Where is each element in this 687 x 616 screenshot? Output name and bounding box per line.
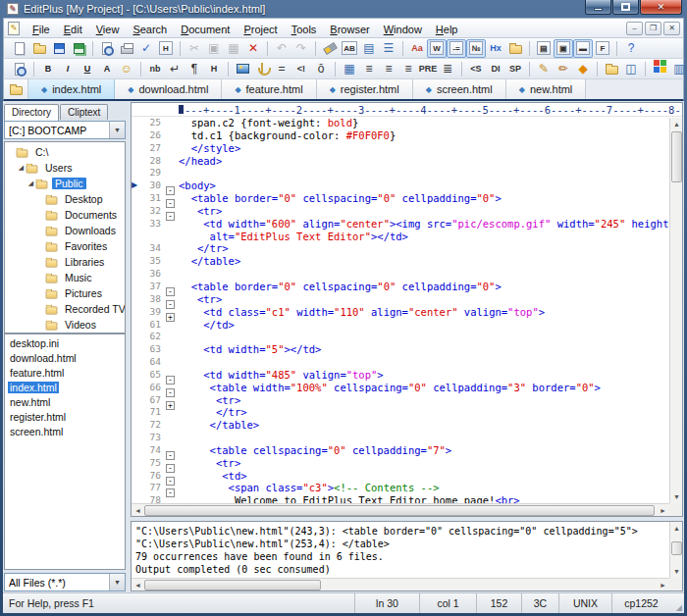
fold-toggle-icon[interactable]: +: [166, 394, 179, 412]
tree-item-users[interactable]: ◢Users: [5, 160, 125, 176]
file-filter-selector[interactable]: All Files (*.*) ▼: [4, 573, 126, 591]
font-button[interactable]: A: [97, 60, 117, 78]
paragraph-button[interactable]: ¶: [185, 60, 204, 78]
output-vscroll-thumb[interactable]: [671, 541, 682, 555]
tree-item-downloads[interactable]: Downloads: [5, 223, 125, 238]
document-minimize-button[interactable]: –: [626, 22, 643, 35]
sidebar-tab-cliptext[interactable]: Cliptext: [60, 104, 108, 120]
document-list-button[interactable]: [4, 79, 28, 99]
toggle-case-button[interactable]: Aa: [407, 39, 427, 58]
file-item-screen.html[interactable]: screen.html: [5, 424, 125, 438]
new-document-button[interactable]: [10, 39, 29, 58]
code-line[interactable]: 27 </style>: [132, 142, 668, 155]
underline-button[interactable]: U: [78, 60, 97, 78]
file-item-register.html[interactable]: register.html: [5, 409, 125, 424]
scroll-down-icon[interactable]: ▼: [670, 490, 683, 503]
fold-toggle-icon[interactable]: -: [166, 482, 179, 499]
line-number-button[interactable]: №: [466, 39, 486, 58]
scroll-up-icon[interactable]: ▲: [670, 118, 683, 130]
special-char-button[interactable]: ☺: [117, 60, 136, 78]
code-line[interactable]: 67+ <tr>: [132, 394, 668, 407]
code-line[interactable]: 29: [132, 167, 668, 180]
tab-new.html[interactable]: ◆new.html: [506, 79, 587, 99]
menu-browser[interactable]: Browser: [323, 22, 376, 37]
tab-index.html[interactable]: ◆index.html: [28, 79, 115, 99]
code-line[interactable]: 76- <td>: [132, 470, 668, 483]
code-line[interactable]: 73: [132, 432, 668, 444]
indent-guide-button[interactable]: -=: [447, 39, 466, 58]
chevron-down-icon[interactable]: ▼: [109, 122, 125, 138]
close-button[interactable]: ✕: [640, 0, 682, 15]
scroll-down-icon[interactable]: ▼: [670, 565, 683, 578]
fold-toggle-icon[interactable]: -: [166, 205, 179, 223]
find-button[interactable]: [320, 39, 340, 58]
paste-button[interactable]: ▦: [224, 39, 243, 58]
editor-vscroll-thumb[interactable]: [671, 131, 682, 182]
sidebar-tab-directory[interactable]: Directory: [4, 104, 59, 121]
chevron-down-icon[interactable]: ▼: [109, 574, 125, 590]
document-restore-button[interactable]: ❒: [645, 22, 661, 35]
scroll-left-icon[interactable]: ◄: [132, 504, 144, 517]
code-editor[interactable]: ---+----1----+----2----+----3----+----4-…: [131, 102, 683, 517]
menu-project[interactable]: Project: [237, 22, 284, 37]
new-folder-button[interactable]: [602, 60, 621, 78]
expand-triangle-icon[interactable]: ◢: [26, 180, 35, 187]
code-line[interactable]: 77- <span class="c3"><!-- Contents -->: [132, 482, 668, 494]
file-item-index.html[interactable]: index.html: [5, 380, 125, 394]
code-line[interactable]: 25 span.c2 {font-weight: bold}: [132, 117, 668, 129]
output-hscroll-thumb[interactable]: [144, 580, 321, 590]
resize-grip[interactable]: ◢: [670, 593, 684, 613]
tree-item-libraries[interactable]: Libraries: [5, 254, 125, 270]
bold-button[interactable]: B: [38, 60, 58, 78]
strikeout-button[interactable]: <S: [466, 60, 486, 78]
output-window[interactable]: "C:\Users\Public\new.html"(243,3): <tabl…: [131, 521, 683, 591]
code-line[interactable]: ▶30-<body>: [132, 180, 668, 192]
print-preview-button[interactable]: [97, 39, 117, 58]
output-horizontal-scrollbar[interactable]: ◄ ►: [132, 578, 669, 590]
align-right-button[interactable]: ≡: [398, 60, 418, 78]
colors-button[interactable]: [650, 60, 669, 78]
menu-search[interactable]: Search: [126, 22, 174, 37]
palette-button[interactable]: ◆: [573, 60, 593, 78]
titlebar[interactable]: ✎ EditPlus [My Project] - [C:\Users\Publ…: [3, 0, 684, 18]
menu-tools[interactable]: Tools: [285, 22, 324, 37]
minimize-button[interactable]: [585, 0, 611, 15]
code-line[interactable]: alt="EditPlus Text Editor"></td>: [132, 231, 668, 243]
tree-item-videos[interactable]: Videos: [5, 317, 125, 333]
tree-item-public[interactable]: ◢Public: [5, 176, 125, 191]
tree-item-pictures[interactable]: Pictures: [5, 285, 125, 301]
tab-screen.html[interactable]: ◆screen.html: [413, 79, 506, 99]
open-file-button[interactable]: [29, 39, 49, 58]
editor-horizontal-scrollbar[interactable]: ◄ ►: [132, 503, 669, 516]
tree-item-desktop[interactable]: Desktop: [5, 191, 125, 207]
code-line[interactable]: 26 td.c1 {background-color: #F0F0F0}: [132, 129, 668, 142]
fold-toggle-icon[interactable]: +: [166, 306, 179, 324]
file-item-download.html[interactable]: download.html: [5, 350, 125, 365]
tree-item-documents[interactable]: Documents: [5, 207, 125, 223]
code-line[interactable]: 72 </table>: [132, 419, 668, 432]
span-button[interactable]: SP: [505, 60, 525, 78]
code-line[interactable]: 36: [132, 268, 668, 281]
copy-button[interactable]: ▣: [204, 39, 224, 58]
cliptext-window-button[interactable]: ▤: [534, 39, 554, 58]
output-window-button[interactable]: ▬: [573, 39, 593, 58]
scroll-up-icon[interactable]: ▲: [670, 522, 683, 535]
code-line[interactable]: 28</head>: [132, 155, 668, 168]
code-line[interactable]: 38- <tr>: [132, 293, 668, 306]
code-line[interactable]: 35 </table>: [132, 255, 668, 268]
undo-button[interactable]: ↶: [272, 39, 291, 58]
code-line[interactable]: 65- <td width="485" valign="top">: [132, 369, 668, 382]
save-button[interactable]: [49, 39, 69, 58]
scroll-right-icon[interactable]: ►: [657, 504, 669, 517]
menu-window[interactable]: Window: [377, 22, 429, 37]
html-page-button[interactable]: H: [156, 39, 176, 58]
output-vertical-scrollbar[interactable]: ▲ ▼: [669, 522, 682, 578]
line-break-button[interactable]: ↵: [165, 60, 185, 78]
menu-edit[interactable]: Edit: [57, 22, 89, 37]
word-wrap-button[interactable]: W: [427, 39, 447, 58]
code-line[interactable]: 33 <td width="600" align="center"><img s…: [132, 218, 668, 231]
tree-item-favorites[interactable]: Favorites: [5, 238, 125, 254]
document-close-button[interactable]: ✕: [663, 22, 680, 35]
image-button[interactable]: [233, 60, 252, 78]
split-window-button[interactable]: ◫: [621, 60, 641, 78]
